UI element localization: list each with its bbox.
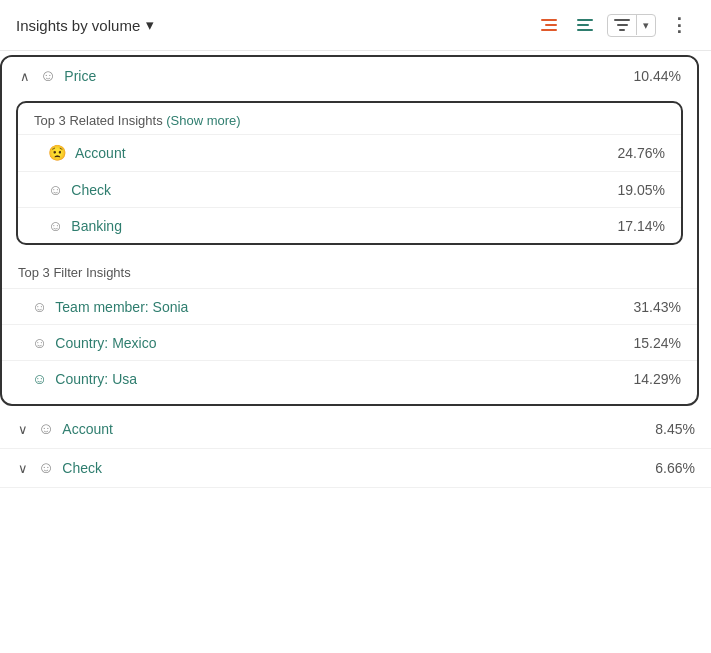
filter-item-country-usa[interactable]: ☺ Country: Usa 14.29% (2, 360, 697, 396)
related-insights-box: Top 3 Related Insights (Show more) 😟 Acc… (16, 101, 683, 245)
filter-button[interactable] (608, 15, 637, 35)
check-toggle-icon: ∨ (16, 461, 30, 476)
country-usa-pct: 14.29% (634, 371, 681, 387)
banking-pct: 17.14% (618, 218, 665, 234)
related-item-account[interactable]: 😟 Account 24.76% (18, 134, 681, 171)
price-expanded-section: ∧ ☺ Price 10.44% Top 3 Related Insights … (0, 55, 699, 406)
filter-item-country-mexico[interactable]: ☺ Country: Mexico 15.24% (2, 324, 697, 360)
align-left-button[interactable] (571, 15, 599, 35)
align-right-button[interactable] (535, 15, 563, 35)
check-collapsed-row[interactable]: ∨ ☺ Check 6.66% (0, 449, 711, 488)
related-insights-header: Top 3 Related Insights (Show more) (18, 103, 681, 134)
account-collapsed-row[interactable]: ∨ ☺ Account 8.45% (0, 410, 711, 449)
account-smiley-icon: 😟 (48, 144, 67, 162)
team-member-sonia-label: Team member: Sonia (55, 299, 633, 315)
filter-icon (614, 19, 630, 31)
check-row-smiley-icon: ☺ (38, 459, 54, 477)
chevron-down-icon: ▾ (146, 16, 154, 34)
align-left-icon (577, 19, 593, 31)
check-row-label: Check (62, 460, 655, 476)
country-mexico-label: Country: Mexico (55, 335, 633, 351)
price-header-row[interactable]: ∧ ☺ Price 10.44% (2, 57, 697, 95)
account-toggle-icon: ∨ (16, 422, 30, 437)
related-item-check[interactable]: ☺ Check 19.05% (18, 171, 681, 207)
check-row-pct: 6.66% (655, 460, 695, 476)
chevron-down-small-icon: ▾ (643, 19, 649, 32)
price-toggle-icon: ∧ (18, 69, 32, 84)
price-pct: 10.44% (634, 68, 681, 84)
filter-button-group: ▾ (607, 14, 656, 37)
toolbar: Insights by volume ▾ ▾ ⋮ (0, 0, 711, 51)
filter-dropdown-button[interactable]: ▾ (637, 15, 655, 36)
account-row-label: Account (62, 421, 655, 437)
filter-insights-header: Top 3 Filter Insights (18, 265, 681, 280)
account-pct: 24.76% (618, 145, 665, 161)
country-mexico-pct: 15.24% (634, 335, 681, 351)
price-smiley-icon: ☺ (40, 67, 56, 85)
show-more-link[interactable]: (Show more) (166, 113, 240, 128)
account-row-smiley-icon: ☺ (38, 420, 54, 438)
account-label: Account (75, 145, 618, 161)
insights-title-text: Insights by volume (16, 17, 140, 34)
check-smiley-icon: ☺ (48, 181, 63, 198)
filter-item-team-member-sonia[interactable]: ☺ Team member: Sonia 31.43% (2, 288, 697, 324)
banking-label: Banking (71, 218, 617, 234)
team-member-sonia-pct: 31.43% (634, 299, 681, 315)
country-mexico-smiley-icon: ☺ (32, 334, 47, 351)
country-usa-label: Country: Usa (55, 371, 633, 387)
filter-insights-section: Top 3 Filter Insights (2, 255, 697, 288)
check-pct: 19.05% (618, 182, 665, 198)
banking-smiley-icon: ☺ (48, 217, 63, 234)
check-label: Check (71, 182, 617, 198)
account-row-pct: 8.45% (655, 421, 695, 437)
team-member-sonia-smiley-icon: ☺ (32, 298, 47, 315)
insights-content: ∧ ☺ Price 10.44% Top 3 Related Insights … (0, 51, 711, 653)
country-usa-smiley-icon: ☺ (32, 370, 47, 387)
align-right-icon (541, 19, 557, 31)
related-header-text: Top 3 Related Insights (34, 113, 163, 128)
toolbar-title: Insights by volume ▾ (16, 16, 527, 34)
more-icon: ⋮ (670, 14, 689, 36)
more-options-button[interactable]: ⋮ (664, 10, 695, 40)
price-label: Price (64, 68, 633, 84)
related-item-banking[interactable]: ☺ Banking 17.14% (18, 207, 681, 243)
